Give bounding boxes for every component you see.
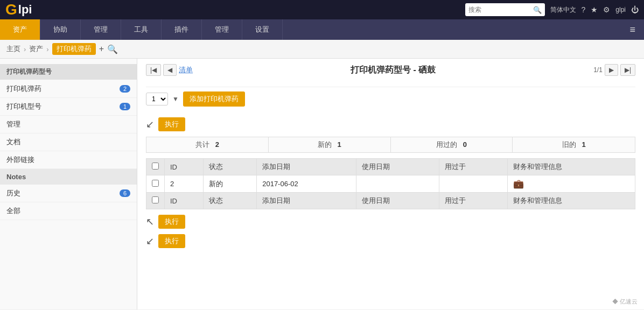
sidebar-item-history[interactable]: 历史 6 bbox=[0, 185, 137, 202]
breadcrumb-asset[interactable]: 资产 bbox=[29, 44, 43, 54]
th-used-by: 用过于 bbox=[439, 159, 508, 175]
sidebar-item-cartridge-badge: 2 bbox=[120, 85, 130, 93]
breadcrumb-sep1: › bbox=[24, 45, 26, 53]
row-id: 2 bbox=[165, 175, 204, 193]
th-use-date: 使用日期 bbox=[356, 159, 439, 175]
logo-g: G bbox=[5, 1, 17, 18]
sidebar: 打印机弹药型号 打印机弹药 2 打印机型号 1 管理 文档 外部链接 Notes… bbox=[0, 59, 137, 309]
arrow-down2-icon: ↙ bbox=[146, 235, 154, 247]
sidebar-item-cartridge[interactable]: 打印机弹药 2 bbox=[0, 80, 137, 98]
tf-checkbox bbox=[146, 193, 165, 209]
exec-row-top: ↙ 执行 bbox=[146, 117, 635, 131]
breadcrumb-current: 打印机弹药 bbox=[52, 43, 96, 55]
th-finance: 财务和管理信息 bbox=[508, 159, 635, 175]
search-box[interactable]: 🔍 bbox=[465, 3, 545, 16]
footer-select-all[interactable] bbox=[152, 196, 159, 203]
power-icon[interactable]: ⏻ bbox=[631, 5, 639, 14]
quantity-select[interactable]: 1 bbox=[146, 93, 168, 105]
stat-new: 新的 1 bbox=[269, 137, 391, 152]
stat-total-label: 共计 bbox=[195, 140, 209, 149]
exec-button-middle[interactable]: 执行 bbox=[158, 215, 185, 229]
exec-button-bottom[interactable]: 执行 bbox=[158, 234, 185, 248]
logo-lpi: lpi bbox=[18, 3, 32, 17]
tf-id: ID bbox=[165, 193, 204, 209]
sidebar-item-printer-model[interactable]: 打印机型号 1 bbox=[0, 98, 137, 116]
nav-item-asset[interactable]: 资产 bbox=[0, 19, 40, 40]
sidebar-item-external-links[interactable]: 外部链接 bbox=[0, 151, 137, 169]
select-all-checkbox[interactable] bbox=[152, 163, 159, 170]
nav-next-btn[interactable]: ▶ bbox=[605, 64, 618, 76]
nav-item-tools[interactable]: 工具 bbox=[121, 19, 162, 40]
nav-last-btn[interactable]: ▶| bbox=[620, 64, 635, 76]
help-icon[interactable]: ? bbox=[582, 5, 586, 14]
tf-used-by: 用过于 bbox=[439, 193, 508, 209]
row-finance[interactable]: 💼 bbox=[508, 175, 635, 193]
row-checkbox[interactable] bbox=[152, 180, 159, 187]
th-add-date: 添加日期 bbox=[257, 159, 356, 175]
stat-old-label: 旧的 bbox=[562, 140, 576, 149]
nav-prev-btn[interactable]: ◀ bbox=[163, 64, 177, 76]
table-row: 2 新的 2017-06-02 💼 bbox=[146, 175, 635, 193]
star-icon[interactable]: ★ bbox=[591, 5, 598, 14]
nav-item-settings[interactable]: 设置 bbox=[242, 19, 283, 40]
data-table: ID 状态 添加日期 使用日期 用过于 财务和管理信息 2 新的 2017-06… bbox=[146, 158, 635, 209]
sidebar-item-manage[interactable]: 管理 bbox=[0, 116, 137, 133]
search-input[interactable] bbox=[468, 6, 533, 13]
exec-row-middle: ↖ 执行 bbox=[146, 215, 635, 229]
th-status: 状态 bbox=[203, 159, 256, 175]
nav-item-plugins[interactable]: 插件 bbox=[162, 19, 202, 40]
logo: G lpi bbox=[5, 1, 32, 18]
action-bar: 1 ▼ 添加打印机弹药 bbox=[146, 87, 635, 111]
stat-total: 共计 2 bbox=[146, 137, 269, 152]
list-link[interactable]: 清单 bbox=[179, 65, 193, 75]
row-status: 新的 bbox=[203, 175, 256, 193]
hamburger-icon[interactable]: ≡ bbox=[621, 19, 644, 40]
main-layout: 打印机弹药型号 打印机弹药 2 打印机型号 1 管理 文档 外部链接 Notes… bbox=[0, 59, 644, 309]
stat-used: 用过的 0 bbox=[391, 137, 513, 152]
gear-icon[interactable]: ⚙ bbox=[603, 5, 610, 14]
sidebar-item-history-label: 历史 bbox=[6, 188, 20, 198]
row-use-date bbox=[356, 175, 439, 193]
arrow-up-icon: ↖ bbox=[146, 216, 154, 228]
sidebar-item-cartridge-label: 打印机弹药 bbox=[6, 84, 41, 94]
stat-total-value: 2 bbox=[215, 140, 219, 149]
tf-finance: 财务和管理信息 bbox=[508, 193, 635, 209]
sidebar-item-external-links-label: 外部链接 bbox=[6, 155, 34, 165]
row-add-date: 2017-06-02 bbox=[257, 175, 356, 193]
nav-item-manage[interactable]: 管理 bbox=[81, 19, 121, 40]
page-number: 1/1 bbox=[593, 66, 603, 74]
nav-left: |◀ ◀ 清单 bbox=[146, 64, 193, 76]
nav-item-admin[interactable]: 管理 bbox=[202, 19, 242, 40]
language-selector[interactable]: 简体中文 bbox=[550, 5, 576, 15]
breadcrumb-home[interactable]: 主页 bbox=[6, 44, 20, 54]
page-info: 1/1 ▶ ▶| bbox=[593, 64, 635, 76]
sidebar-item-manage-label: 管理 bbox=[6, 119, 20, 129]
sidebar-item-all-label: 全部 bbox=[6, 206, 20, 216]
th-checkbox bbox=[146, 159, 165, 175]
breadcrumb-add-icon[interactable]: + bbox=[99, 44, 104, 54]
stat-used-label: 用过的 bbox=[436, 140, 457, 149]
sidebar-item-all[interactable]: 全部 bbox=[0, 202, 137, 220]
exec-row-bottom: ↙ 执行 bbox=[146, 234, 635, 248]
row-checkbox-cell bbox=[146, 175, 165, 193]
sidebar-item-notes[interactable]: Notes bbox=[0, 169, 137, 185]
sidebar-item-docs-label: 文档 bbox=[6, 137, 20, 147]
sidebar-item-printer-model-badge: 1 bbox=[120, 103, 130, 110]
nav-item-assist[interactable]: 协助 bbox=[40, 19, 81, 40]
exec-button-top[interactable]: 执行 bbox=[158, 117, 185, 131]
breadcrumb-search-icon[interactable]: 🔍 bbox=[107, 44, 118, 54]
row-used-by bbox=[439, 175, 508, 193]
nav-first-btn[interactable]: |◀ bbox=[146, 64, 161, 76]
content-area: |◀ ◀ 清单 打印机弹药型号 - 硒鼓 1/1 ▶ ▶| 1 ▼ 添加打印机弹… bbox=[137, 59, 644, 309]
user-label[interactable]: glpi bbox=[615, 6, 626, 13]
stats-row: 共计 2 新的 1 用过的 0 旧的 1 bbox=[146, 137, 635, 153]
top-bar: G lpi 🔍 简体中文 ? ★ ⚙ glpi ⏻ bbox=[0, 0, 644, 19]
tf-status: 状态 bbox=[203, 193, 256, 209]
arrow-down-icon: ↙ bbox=[146, 118, 154, 130]
finance-icon[interactable]: 💼 bbox=[513, 179, 524, 188]
add-cartridge-button[interactable]: 添加打印机弹药 bbox=[183, 91, 245, 107]
sidebar-item-docs[interactable]: 文档 bbox=[0, 133, 137, 151]
stat-used-value: 0 bbox=[463, 140, 467, 149]
search-icon[interactable]: 🔍 bbox=[533, 6, 542, 14]
sidebar-item-history-badge: 6 bbox=[120, 189, 130, 197]
